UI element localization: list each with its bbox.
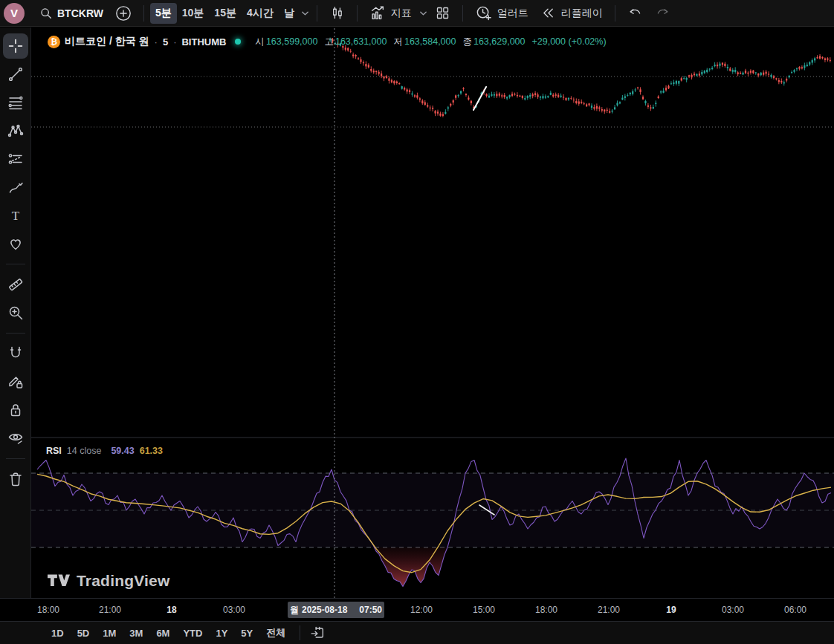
symbol-legend: ₿ 비트코인 / 한국 원 · 5 · BITHUMB 시 163,599,00… <box>48 35 607 48</box>
text-icon: T <box>7 206 25 224</box>
interval-1d-button[interactable]: 날 <box>279 3 300 24</box>
alert-label: 얼러트 <box>497 7 528 20</box>
rsi-legend: RSI 14 close 59.43 61.33 <box>46 446 163 456</box>
time-tick-date: 18 <box>167 605 176 615</box>
market-status-icon[interactable] <box>235 39 241 45</box>
indicators-label: 지표 <box>391 7 412 20</box>
emoji-tool-button[interactable] <box>3 231 28 256</box>
rsi-title[interactable]: RSI <box>46 446 62 456</box>
crosshair-tool-button[interactable] <box>3 33 28 59</box>
time-tick: 18:00 <box>535 605 557 615</box>
sidebar-separator <box>6 333 25 334</box>
open-label: 시 <box>255 36 265 48</box>
ruler-icon <box>7 276 25 293</box>
time-tick: 06:00 <box>784 605 806 615</box>
compare-add-button[interactable] <box>109 1 138 25</box>
time-tick: 12:00 <box>410 605 433 615</box>
toolbar-separator <box>317 5 317 22</box>
plus-circle-icon <box>115 5 132 22</box>
grid-layout-icon <box>435 5 450 21</box>
time-tick-date: 19 <box>666 605 676 615</box>
crosshair-date: 2025-08-18 <box>302 605 347 615</box>
go-to-date-button[interactable] <box>308 623 327 643</box>
open-value: 163,599,000 <box>266 36 318 47</box>
projection-tool-button[interactable] <box>3 146 28 172</box>
xabcd-pattern-icon <box>7 122 25 140</box>
chart-area: ₿ 비트코인 / 한국 원 · 5 · BITHUMB 시 163,599,00… <box>31 27 834 598</box>
redo-icon <box>655 5 670 21</box>
trend-line-icon <box>7 65 25 83</box>
layout-grid-button[interactable] <box>429 1 456 25</box>
chart-canvas[interactable] <box>31 27 834 598</box>
candlestick-icon <box>329 5 345 21</box>
toolbar-separator <box>615 5 615 22</box>
undo-button[interactable] <box>621 1 649 25</box>
symbol-name[interactable]: 비트코인 / 한국 원 <box>65 35 149 48</box>
range-3m-button[interactable]: 3M <box>123 625 149 642</box>
alert-button[interactable]: 얼러트 <box>469 1 534 25</box>
sidebar-separator <box>6 264 25 264</box>
range-6m-button[interactable]: 6M <box>149 625 176 642</box>
rsi-ma-value: 61.33 <box>140 446 163 456</box>
indicators-button[interactable]: 지표 <box>363 1 418 25</box>
symbol-search-button[interactable]: BTCKRW <box>33 3 109 23</box>
range-5y-button[interactable]: 5Y <box>234 625 259 642</box>
interval-10m-button[interactable]: 10분 <box>177 3 210 24</box>
crosshair-icon <box>7 37 25 55</box>
text-tool-button[interactable]: T <box>3 203 28 228</box>
range-1m-button[interactable]: 1M <box>96 625 123 642</box>
sidebar-separator <box>6 458 25 459</box>
range-1d-button[interactable]: 1D <box>45 625 71 642</box>
brush-tool-button[interactable] <box>3 175 28 200</box>
toolbar-separator <box>143 5 144 22</box>
time-axis[interactable]: 18:00 21:00 18 03:00 12:00 15:00 18:00 2… <box>0 598 834 621</box>
close-label: 종 <box>462 36 472 48</box>
trash-icon <box>7 470 25 488</box>
lock-drawings-button[interactable] <box>3 397 28 423</box>
bottombar-separator <box>300 625 300 640</box>
symbol-interval: 5 <box>163 36 168 48</box>
remove-drawings-button[interactable] <box>3 466 28 492</box>
stay-in-drawing-mode-button[interactable] <box>3 369 28 394</box>
legend-separator: · <box>173 36 176 48</box>
bottom-toolbar: 1D 5D 1M 3M 6M YTD 1Y 5Y 전체 <box>0 621 834 644</box>
brush-icon <box>7 178 25 196</box>
indicators-menu-button[interactable] <box>418 7 429 19</box>
fib-retracement-tool-button[interactable] <box>3 90 28 115</box>
rsi-value: 59.43 <box>111 446 134 456</box>
redo-button[interactable] <box>649 1 676 25</box>
bitcoin-icon: ₿ <box>48 36 60 48</box>
range-1y-button[interactable]: 1Y <box>209 625 234 642</box>
replay-icon <box>540 5 556 21</box>
user-avatar[interactable]: V <box>4 3 25 24</box>
eye-pencil-icon <box>7 429 25 447</box>
close-value: 163,629,000 <box>473 36 526 47</box>
magnet-mode-button[interactable] <box>3 341 28 366</box>
top-toolbar: V BTCKRW 5분 10분 15분 4시간 날 <box>0 0 834 27</box>
range-all-button[interactable]: 전체 <box>259 623 292 643</box>
range-5d-button[interactable]: 5D <box>71 625 97 642</box>
symbol-search-value: BTCKRW <box>57 7 103 19</box>
chart-type-button[interactable] <box>323 1 351 25</box>
low-value: 163,584,000 <box>404 36 456 47</box>
legend-separator: · <box>155 36 158 48</box>
trend-line-tool-button[interactable] <box>3 62 28 87</box>
hide-drawings-button[interactable] <box>3 426 28 451</box>
measure-tool-button[interactable] <box>3 272 28 297</box>
interval-5m-button[interactable]: 5분 <box>150 3 177 24</box>
pattern-tool-button[interactable] <box>3 118 28 143</box>
low-label: 저 <box>393 36 403 48</box>
zoom-in-tool-button[interactable] <box>3 300 28 325</box>
alert-clock-icon <box>475 4 492 22</box>
search-icon <box>39 7 52 19</box>
range-ytd-button[interactable]: YTD <box>176 625 209 642</box>
zoom-in-icon <box>7 304 25 322</box>
replay-button[interactable]: 리플레이 <box>534 1 609 25</box>
interval-4h-button[interactable]: 4시간 <box>242 3 279 24</box>
high-value: 163,631,000 <box>335 36 387 47</box>
magnet-icon <box>7 345 25 362</box>
interval-15m-button[interactable]: 15분 <box>209 3 242 24</box>
chevron-down-icon <box>419 10 427 16</box>
time-tick: 21:00 <box>99 605 121 615</box>
interval-menu-button[interactable] <box>300 7 311 19</box>
